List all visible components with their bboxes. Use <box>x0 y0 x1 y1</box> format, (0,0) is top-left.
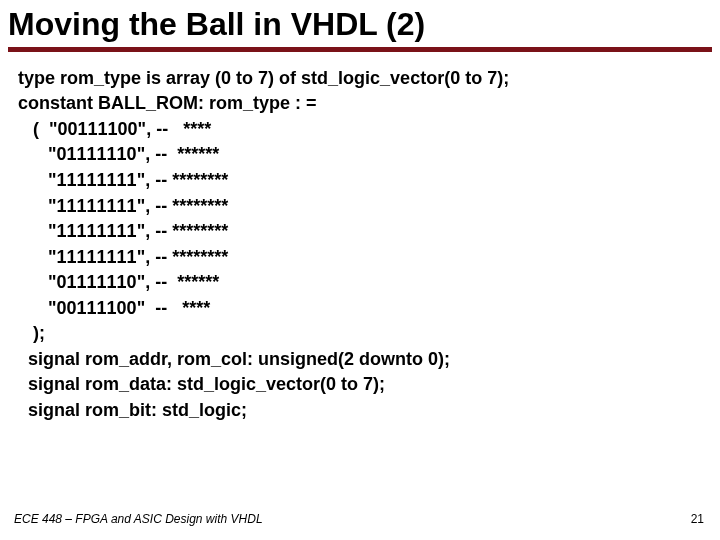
slide-title: Moving the Ball in VHDL (2) <box>8 6 712 43</box>
code-line: "01111110", -- ****** <box>18 270 712 296</box>
code-line: "01111110", -- ****** <box>18 142 712 168</box>
code-line: signal rom_bit: std_logic; <box>18 398 712 424</box>
code-line: "11111111", -- ******** <box>18 245 712 271</box>
code-line: ( "00111100", -- **** <box>18 117 712 143</box>
footer-text: ECE 448 – FPGA and ASIC Design with VHDL <box>14 512 263 526</box>
code-line: signal rom_addr, rom_col: unsigned(2 dow… <box>18 347 712 373</box>
code-line: ); <box>18 321 712 347</box>
code-line: "11111111", -- ******** <box>18 219 712 245</box>
code-line: "11111111", -- ******** <box>18 168 712 194</box>
code-block: type rom_type is array (0 to 7) of std_l… <box>8 66 712 424</box>
code-line: constant BALL_ROM: rom_type : = <box>18 91 712 117</box>
page-number: 21 <box>691 512 704 526</box>
code-line: type rom_type is array (0 to 7) of std_l… <box>18 66 712 92</box>
code-line: "00111100" -- **** <box>18 296 712 322</box>
title-divider <box>8 47 712 52</box>
code-line: "11111111", -- ******** <box>18 194 712 220</box>
code-line: signal rom_data: std_logic_vector(0 to 7… <box>18 372 712 398</box>
